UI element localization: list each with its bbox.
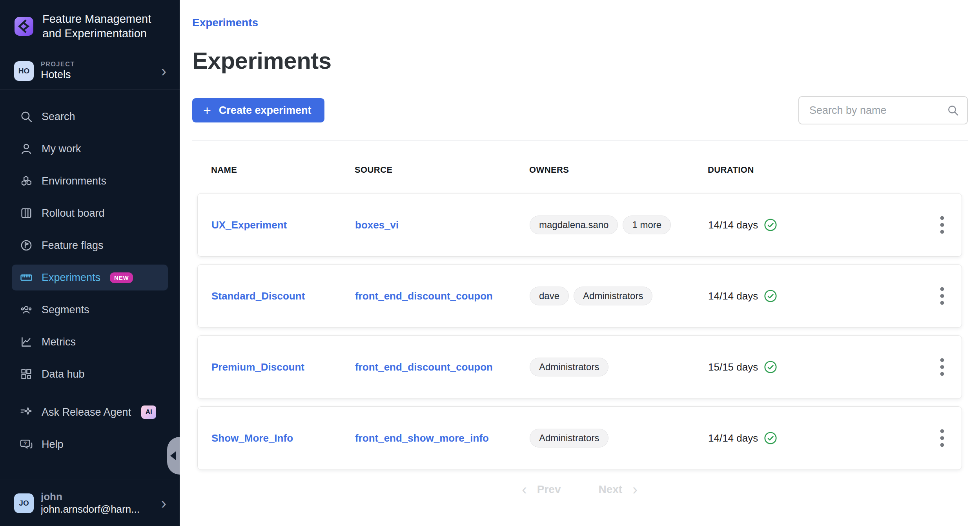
avatar: JO [14,493,34,513]
app-logo-row[interactable]: Feature Management and Experimentation [0,0,180,52]
sidebar-nav: Search My work Environ [0,90,180,464]
experiment-name-link[interactable]: Premium_Discount [211,361,355,373]
row-menu-kebab-icon[interactable] [934,215,950,235]
ruler-icon [20,271,33,284]
create-experiment-label: Create experiment [219,104,311,117]
sidebar-item-label: Experiments [42,272,100,284]
check-circle-icon [763,218,778,232]
owners-cell: Administrators [530,358,708,376]
owner-chip[interactable]: dave [530,287,569,305]
hexagons-icon [20,174,33,188]
sidebar-footer-nav: Ask Release Agent AI ? Help [0,399,180,457]
breadcrumb[interactable]: Experiments [192,16,258,29]
sidebar-collapse-handle[interactable] [167,437,180,475]
sidebar-item-label: My work [42,143,81,155]
owner-more-chip[interactable]: 1 more [623,216,671,234]
owners-cell: Administrators [530,429,708,447]
sidebar-item-label: Metrics [42,336,76,348]
owners-cell: magdalena.sano 1 more [530,216,708,234]
chevron-right-icon: › [161,63,169,79]
sidebar-item-ask-release-agent[interactable]: Ask Release Agent AI [12,399,168,425]
table-row: UX_Experiment boxes_vi magdalena.sano 1 … [197,193,962,257]
duration-cell: 14/14 days [708,431,922,445]
people-group-icon [20,303,33,316]
create-experiment-button[interactable]: + Create experiment [192,98,324,122]
experiment-source-link[interactable]: boxes_vi [355,219,530,231]
ai-badge: AI [141,405,156,419]
row-menu-kebab-icon[interactable] [934,286,950,306]
project-eyebrow: PROJECT [41,61,154,68]
sidebar-item-label: Segments [42,304,89,316]
sidebar-item-rollout-board[interactable]: Rollout board [12,200,168,226]
page-title: Experiments [192,47,968,74]
owners-cell: dave Administrators [530,287,708,305]
chevron-left-icon: ‹ [522,484,527,495]
board-columns-icon [20,206,33,220]
search-input[interactable] [798,96,968,124]
owner-chip[interactable]: Administrators [530,358,608,376]
prev-page-button[interactable]: ‹ Prev [522,483,561,496]
sidebar-item-metrics[interactable]: Metrics [12,329,168,355]
project-badge: HO [14,61,34,81]
sidebar: Feature Management and Experimentation H… [0,0,180,526]
new-badge: NEW [110,272,133,283]
sidebar-item-help[interactable]: ? Help [12,431,168,457]
sidebar-item-data-hub[interactable]: Data hub [12,361,168,387]
split-logo-icon [14,16,34,36]
duration-text: 14/14 days [708,432,758,444]
table-header-row: NAME SOURCE OWNERS DURATION [197,165,962,175]
person-icon [20,142,33,155]
check-circle-icon [763,289,778,303]
sidebar-item-environments[interactable]: Environments [12,168,168,194]
duration-cell: 14/14 days [708,289,922,303]
chevron-right-icon: › [161,495,169,511]
owner-chip[interactable]: magdalena.sano [530,216,618,234]
help-chat-icon: ? [20,438,33,451]
experiment-source-link[interactable]: front_end_discount_coupon [355,361,530,373]
experiment-name-link[interactable]: Show_More_Info [211,432,355,444]
grid-blocks-icon [20,367,33,381]
duration-text: 15/15 days [708,361,758,373]
search-field-wrap [798,96,968,124]
sidebar-item-label: Help [42,438,64,451]
row-menu-kebab-icon[interactable] [934,428,950,448]
user-account-row[interactable]: JO john john.arnsdorf@harn... › [0,480,180,526]
sidebar-item-label: Environments [42,175,106,187]
column-header-source: SOURCE [355,165,529,175]
app-window: Feature Management and Experimentation H… [0,0,980,526]
experiment-source-link[interactable]: front_end_show_more_info [355,432,530,444]
duration-cell: 14/14 days [708,218,922,232]
check-circle-icon [763,431,778,445]
flag-circle-icon [20,239,33,252]
sidebar-item-label: Rollout board [42,207,105,219]
sidebar-item-label: Search [42,111,75,123]
sidebar-item-search[interactable]: Search [12,104,168,130]
sidebar-item-feature-flags[interactable]: Feature flags [12,232,168,258]
table-row: Show_More_Info front_end_show_more_info … [197,406,962,470]
sidebar-item-label: Data hub [42,368,85,380]
app-title: Feature Management and Experimentation [42,12,151,41]
owner-chip[interactable]: Administrators [530,429,608,447]
sidebar-item-segments[interactable]: Segments [12,297,168,323]
experiment-source-link[interactable]: front_end_discount_coupon [355,290,530,302]
column-header-name: NAME [211,165,355,175]
experiment-name-link[interactable]: UX_Experiment [211,219,355,231]
plus-icon: + [203,104,211,117]
column-header-duration: DURATION [708,165,923,175]
owner-chip[interactable]: Administrators [574,287,652,305]
experiment-name-link[interactable]: Standard_Discount [211,290,355,302]
prev-label: Prev [537,483,561,496]
main-content: Experiments Experiments + Create experim… [180,0,980,526]
pagination: ‹ Prev Next › [197,483,962,496]
toolbar: + Create experiment [192,96,968,124]
next-page-button[interactable]: Next › [599,483,638,496]
sidebar-item-experiments[interactable]: Experiments NEW [12,265,168,290]
table-row: Premium_Discount front_end_discount_coup… [197,335,962,399]
sidebar-item-my-work[interactable]: My work [12,136,168,162]
project-selector[interactable]: HO PROJECT Hotels › [0,52,180,89]
row-menu-kebab-icon[interactable] [934,357,950,377]
svg-text:?: ? [24,440,27,446]
project-name: Hotels [41,69,154,81]
page-header: Experiments Experiments + Create experim… [180,0,980,141]
search-icon [947,104,959,117]
